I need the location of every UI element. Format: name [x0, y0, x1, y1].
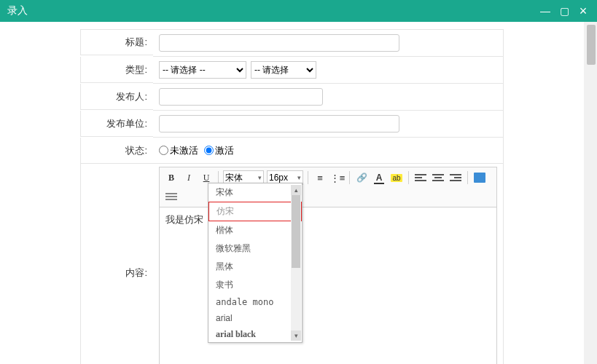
title-bar: 录入 — ▢ ×	[0, 0, 597, 22]
row-type: 类型: -- 请选择 -- -- 请选择	[80, 57, 504, 84]
row-unit: 发布单位:	[80, 111, 504, 138]
status-active-option[interactable]: 激活	[204, 144, 234, 157]
editor-text: 我是仿宋	[165, 214, 203, 225]
align-center-button[interactable]	[431, 170, 445, 185]
vertical-scrollbar[interactable]	[584, 22, 597, 364]
type-select-2[interactable]: -- 请选择	[251, 61, 316, 79]
align-left-button[interactable]	[413, 170, 428, 185]
font-option[interactable]: 微软雅黑	[208, 240, 302, 258]
content-area: 标题: 类型: -- 请选择 -- -- 请选择 发布人:	[0, 22, 584, 364]
italic-button[interactable]: I	[182, 170, 196, 185]
unit-label: 发布单位:	[80, 111, 153, 137]
publisher-label: 发布人:	[80, 84, 153, 110]
font-option[interactable]: 楷体	[208, 221, 302, 240]
editor-wrapper: B I U 宋体▾ 16px▾ ≡ ⋮≡	[153, 164, 503, 364]
close-button[interactable]: ×	[577, 4, 590, 19]
separator-icon	[408, 171, 409, 184]
status-label: 状态:	[80, 138, 153, 164]
unordered-list-button[interactable]: ⋮≡	[330, 170, 345, 185]
highlight-button[interactable]: ab	[389, 170, 404, 185]
font-option[interactable]: 宋体	[208, 183, 302, 202]
chevron-down-icon: ▾	[297, 174, 301, 181]
font-option[interactable]: andale mono	[208, 294, 302, 310]
bold-button[interactable]: B	[164, 170, 179, 185]
row-content: 内容: B I U 宋体▾ 16px▾ ≡	[80, 164, 504, 364]
font-dropdown: 宋体 仿宋 楷体 微软雅黑 黑体 隶书 andale mono arial ar…	[208, 183, 303, 343]
status-active-radio[interactable]	[204, 146, 214, 155]
form: 标题: 类型: -- 请选择 -- -- 请选择 发布人:	[0, 22, 584, 364]
window-controls: — ▢ ×	[539, 4, 590, 19]
scroll-down-icon[interactable]: ▾	[291, 331, 301, 341]
chevron-down-icon: ▾	[258, 174, 262, 181]
dropdown-scrollbar[interactable]: ▴ ▾	[291, 185, 301, 341]
separator-icon	[467, 171, 468, 184]
link-button[interactable]: 🔗	[354, 170, 369, 185]
editor-toolbar: B I U 宋体▾ 16px▾ ≡ ⋮≡	[159, 167, 497, 207]
status-inactive-option[interactable]: 未激活	[159, 144, 198, 157]
publisher-input[interactable]	[159, 88, 323, 106]
scrollbar-thumb[interactable]	[587, 25, 596, 65]
unit-input[interactable]	[159, 115, 399, 132]
font-option[interactable]: arial	[208, 310, 302, 326]
row-status: 状态: 未激活 激活	[80, 138, 504, 164]
row-title: 标题:	[80, 29, 504, 57]
font-option-selected[interactable]: 仿宋	[208, 202, 302, 221]
status-inactive-radio[interactable]	[159, 146, 168, 155]
row-publisher: 发布人:	[80, 84, 504, 111]
separator-icon	[308, 171, 308, 184]
separator-icon	[349, 171, 350, 184]
title-input[interactable]	[159, 34, 399, 52]
dropdown-scroll-thumb[interactable]	[292, 195, 300, 268]
content-label: 内容:	[80, 164, 153, 364]
font-option[interactable]: 隶书	[208, 276, 302, 294]
minimize-button[interactable]: —	[539, 5, 552, 17]
font-option-list: 宋体 仿宋 楷体 微软雅黑 黑体 隶书 andale mono arial ar…	[208, 183, 302, 343]
font-color-button[interactable]: A	[372, 170, 386, 185]
type-select-1[interactable]: -- 请选择 --	[159, 61, 246, 79]
more-button[interactable]	[164, 189, 179, 204]
font-option[interactable]: arial black	[208, 326, 302, 343]
type-label: 类型:	[80, 57, 153, 83]
title-label: 标题:	[80, 29, 153, 55]
window-title: 录入	[7, 4, 28, 17]
align-right-button[interactable]	[448, 170, 463, 185]
fullscreen-button[interactable]	[472, 170, 487, 185]
font-option[interactable]: 黑体	[208, 258, 302, 276]
ordered-list-button[interactable]: ≡	[313, 170, 327, 185]
maximize-button[interactable]: ▢	[558, 5, 571, 17]
scroll-up-icon[interactable]: ▴	[291, 185, 301, 195]
window: 录入 — ▢ × 标题: 类型: -- 请选择 -- -- 请选择	[0, 0, 597, 364]
